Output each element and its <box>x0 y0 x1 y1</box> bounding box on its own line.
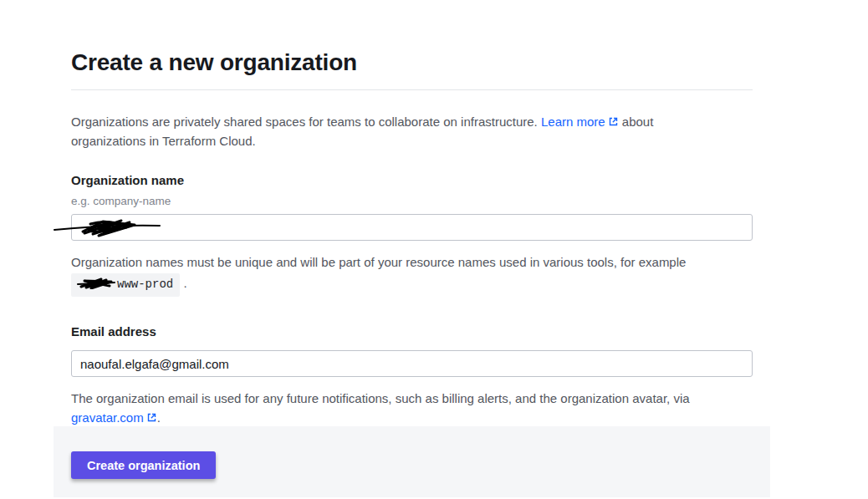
email-input-wrap <box>71 350 753 377</box>
organization-name-label: Organization name <box>71 172 753 189</box>
redacted-scribble-small <box>76 277 116 289</box>
email-help-line1: The organization email is used for any f… <box>71 389 740 408</box>
intro-text-before: Organizations are privately shared space… <box>71 115 541 129</box>
main-content: Create a new organization Organizations … <box>0 0 753 427</box>
create-organization-page: Create a new organization Organizations … <box>0 0 868 499</box>
organization-name-input-wrap <box>71 214 753 241</box>
gravatar-link-label: gravatar.com <box>71 410 144 425</box>
organization-name-hint: e.g. company-name <box>71 194 753 209</box>
organization-name-help: Organization names must be unique and wi… <box>71 252 740 297</box>
organization-name-example-line: www-prod . <box>71 272 740 297</box>
external-link-icon <box>608 116 619 127</box>
email-address-input[interactable] <box>71 350 753 377</box>
create-organization-button[interactable]: Create organization <box>71 451 216 479</box>
page-title: Create a new organization <box>71 48 753 90</box>
external-link-icon <box>146 412 157 423</box>
learn-more-label: Learn more <box>541 115 605 129</box>
email-help-line2: gravatar.com. <box>71 408 740 427</box>
organization-name-help-line1: Organization names must be unique and wi… <box>71 252 740 272</box>
learn-more-link[interactable]: Learn more <box>541 115 619 129</box>
intro-paragraph: Organizations are privately shared space… <box>71 112 705 150</box>
gravatar-link[interactable]: gravatar.com <box>71 410 157 425</box>
organization-name-input[interactable] <box>71 214 753 241</box>
email-help-period: . <box>157 410 161 425</box>
example-suffix: www-prod <box>117 278 173 291</box>
email-address-label: Email address <box>71 323 753 340</box>
form-footer: Create organization <box>54 426 770 497</box>
after-example: . <box>183 276 186 290</box>
resource-name-example: www-prod <box>71 273 180 297</box>
email-help: The organization email is used for any f… <box>71 389 740 427</box>
